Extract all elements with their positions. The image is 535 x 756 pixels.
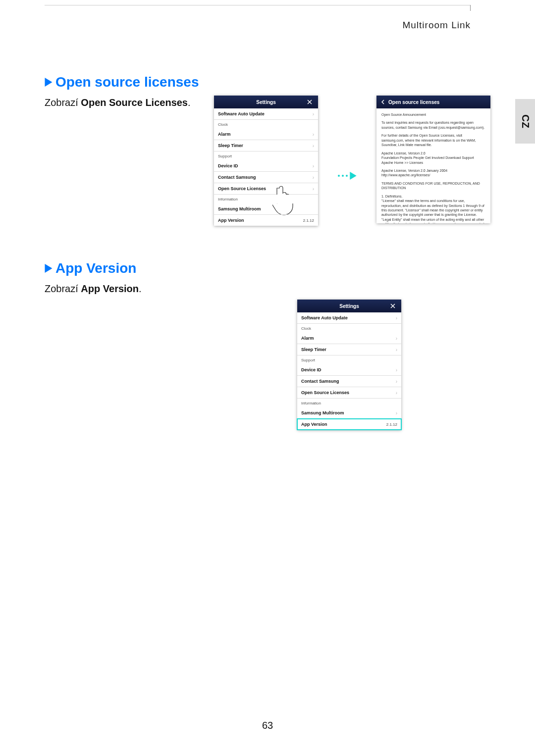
svg-marker-1 (350, 172, 356, 180)
group-label: Information (218, 197, 238, 202)
chevron-right-icon: › (396, 379, 397, 384)
desc-prefix: Zobrazí (45, 283, 81, 294)
row-label: Sleep Timer (301, 347, 326, 352)
chevron-right-icon: › (396, 336, 397, 341)
close-button[interactable] (388, 303, 397, 308)
license-title: Open source licenses (388, 100, 439, 105)
license-paragraph: To send inquiries and requests for quest… (381, 120, 485, 130)
row-label: Alarm (218, 132, 231, 137)
section-app-version: App Version Zobrazí App Version. Setting… (45, 260, 490, 430)
row-sleep-timer[interactable]: Sleep Timer › (297, 344, 401, 355)
chevron-right-icon: › (313, 132, 314, 137)
top-divider (45, 5, 471, 5)
row-label: Open Source Licenses (218, 186, 266, 191)
row-app-version[interactable]: App Version 2.1.12 (214, 215, 318, 226)
language-tab-cz: CZ (515, 99, 535, 144)
chevron-right-icon: › (313, 186, 314, 192)
row-software-auto-update[interactable]: Software Auto Update › (214, 108, 318, 120)
svg-marker-2 (45, 264, 53, 273)
transition-arrow (338, 172, 357, 180)
row-label: Software Auto Update (218, 111, 265, 116)
figure-row: Settings Software Auto Update › Clock Al… (45, 96, 490, 226)
section-title: App Version (55, 260, 136, 276)
desc-suffix: . (139, 283, 142, 294)
row-group-support: Support (297, 355, 401, 364)
row-open-source-licenses[interactable]: Open Source Licenses › (214, 183, 318, 195)
arrow-dot (342, 175, 344, 177)
header-multiroom-link: Multiroom Link (402, 20, 471, 31)
svg-marker-0 (45, 78, 53, 87)
row-label: Contact Samsung (301, 379, 339, 384)
row-label: App Version (301, 422, 327, 427)
section-description: Zobrazí App Version. (45, 283, 490, 295)
group-label: Support (301, 358, 315, 362)
chevron-right-icon: › (313, 143, 314, 149)
group-label: Information (301, 401, 321, 405)
row-label: Samsung Multiroom (301, 410, 344, 415)
open-source-licenses-screenshot: Open source licenses Open Source Announc… (376, 96, 490, 223)
page-number: 63 (0, 720, 535, 731)
top-divider-tick (470, 5, 471, 11)
app-version-value: 2.1.12 (303, 218, 314, 223)
settings-titlebar: Settings (297, 300, 401, 312)
license-paragraph: TERMS AND CONDITIONS FOR USE, REPRODUCTI… (381, 181, 485, 191)
app-version-value: 2.1.12 (386, 422, 397, 427)
chevron-right-icon: › (313, 111, 314, 117)
arrow-right-icon (350, 172, 357, 180)
row-contact-samsung[interactable]: Contact Samsung › (297, 376, 401, 387)
section-heading: Open source licenses (45, 74, 490, 90)
chevron-right-icon: › (313, 163, 314, 169)
license-paragraph: Apache License, Version 2.0 January 2004… (381, 168, 485, 178)
back-button[interactable] (380, 100, 385, 105)
row-label: Open Source Licenses (301, 390, 349, 395)
row-group-clock: Clock (297, 324, 401, 333)
settings-screenshot-2: Settings Software Auto Update › Clock Al… (297, 300, 401, 430)
chevron-left-icon (380, 100, 385, 104)
row-software-auto-update[interactable]: Software Auto Update › (297, 312, 401, 324)
chevron-right-icon: › (396, 390, 397, 396)
triangle-bullet-icon (45, 264, 53, 273)
group-label: Support (218, 154, 232, 158)
license-paragraph: For further details of the Open Source L… (381, 133, 485, 147)
row-label: Alarm (301, 336, 314, 341)
row-label: App Version (218, 218, 244, 223)
close-icon (390, 303, 395, 308)
figure-row: Settings Software Auto Update › Clock Al… (45, 300, 490, 430)
close-icon (307, 100, 312, 104)
row-label: Device ID (218, 163, 238, 168)
row-group-support: Support (214, 151, 318, 160)
license-announcement-heading: Open Source Announcement (381, 112, 485, 117)
row-sleep-timer[interactable]: Sleep Timer › (214, 140, 318, 151)
chevron-right-icon: › (396, 347, 397, 353)
row-label: Device ID (301, 367, 321, 372)
row-device-id[interactable]: Device ID › (214, 160, 318, 172)
arrow-dot (346, 175, 348, 177)
license-paragraph: Apache License, Version 2.0 Foundation P… (381, 151, 485, 165)
row-open-source-licenses[interactable]: Open Source Licenses › (297, 387, 401, 399)
license-body: Open Source Announcement To send inquiri… (376, 108, 490, 223)
settings-screenshot-1: Settings Software Auto Update › Clock Al… (214, 96, 318, 226)
section-title: Open source licenses (55, 74, 199, 90)
language-tab-label: CZ (519, 114, 531, 129)
row-group-information: Information (214, 195, 318, 203)
section-open-source-licenses: Open source licenses Zobrazí Open Source… (45, 74, 490, 226)
row-device-id[interactable]: Device ID › (297, 364, 401, 376)
chevron-right-icon: › (396, 315, 397, 321)
row-label: Sleep Timer (218, 143, 243, 148)
row-app-version-highlighted[interactable]: App Version 2.1.12 (297, 419, 401, 430)
row-samsung-multiroom[interactable]: Samsung Multiroom (214, 203, 318, 215)
chevron-right-icon: › (313, 175, 314, 180)
group-label: Clock (301, 326, 311, 331)
settings-title: Settings (310, 303, 388, 309)
close-button[interactable] (305, 100, 314, 104)
row-alarm[interactable]: Alarm › (214, 129, 318, 140)
row-samsung-multiroom[interactable]: Samsung Multiroom › (297, 407, 401, 419)
license-titlebar: Open source licenses (376, 96, 490, 108)
document-page: Multiroom Link CZ Open source licenses Z… (0, 0, 535, 756)
license-paragraph: 1. Definitions. "License" shall mean the… (381, 194, 485, 223)
row-contact-samsung[interactable]: Contact Samsung › (214, 172, 318, 183)
row-alarm[interactable]: Alarm › (297, 333, 401, 344)
row-group-information: Information (297, 399, 401, 407)
desc-bold: App Version (81, 283, 139, 294)
row-label: Software Auto Update (301, 315, 348, 320)
